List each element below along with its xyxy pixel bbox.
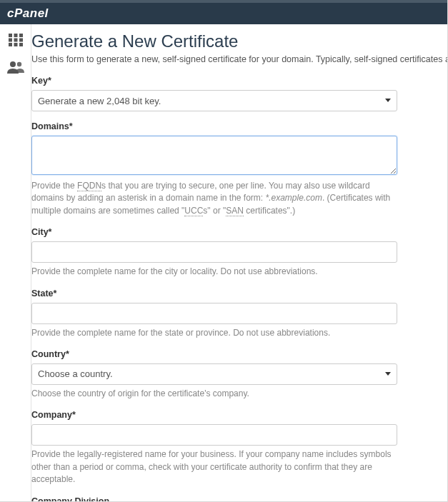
- company-help: Provide the legally-registered name for …: [31, 448, 397, 486]
- svg-rect-8: [19, 43, 23, 46]
- city-input[interactable]: [31, 241, 397, 263]
- domains-label: Domains*: [31, 121, 397, 131]
- country-help: Choose the country of origin for the cer…: [31, 388, 397, 400]
- state-help: Provide the complete name for the state …: [31, 327, 397, 339]
- ucc-abbr: UCC: [184, 206, 203, 216]
- country-label: Country*: [31, 349, 397, 359]
- field-state: State* Provide the complete name for the…: [31, 288, 397, 339]
- field-division: Company Division Provide the name of the…: [31, 496, 397, 501]
- sidebar-item-home[interactable]: [6, 31, 26, 49]
- top-bar: cPanel: [0, 0, 447, 24]
- svg-point-10: [16, 62, 21, 66]
- page-intro: Use this form to generate a new, self-si…: [31, 54, 447, 64]
- svg-point-9: [10, 61, 16, 67]
- field-city: City* Provide the complete name for the …: [31, 227, 397, 278]
- sidebar-item-users[interactable]: [6, 59, 26, 76]
- state-label: State*: [31, 288, 397, 298]
- svg-rect-7: [14, 43, 17, 46]
- field-domains: Domains* Provide the FQDNs that you are …: [31, 121, 397, 217]
- city-label: City*: [31, 227, 397, 237]
- san-abbr: SAN: [226, 206, 244, 216]
- domains-input[interactable]: [31, 136, 397, 175]
- company-label: Company*: [31, 410, 397, 420]
- brand-logo: cPanel: [7, 6, 49, 21]
- key-label: Key*: [31, 76, 397, 86]
- field-company: Company* Provide the legally-registered …: [31, 410, 397, 486]
- svg-rect-6: [9, 43, 12, 46]
- key-select[interactable]: Generate a new 2,048 bit key.: [31, 90, 397, 111]
- country-select[interactable]: Choose a country.: [31, 363, 397, 385]
- main-content: Generate a New Certificate Use this form…: [31, 24, 447, 501]
- sidebar: [0, 24, 31, 501]
- grid-icon: [9, 34, 23, 46]
- state-input[interactable]: [31, 303, 397, 324]
- page-title: Generate a New Certificate: [31, 31, 447, 51]
- svg-rect-2: [19, 34, 23, 37]
- domains-help: Provide the FQDNs that you are trying to…: [31, 180, 397, 217]
- fqdn-abbr: FQDN: [77, 181, 101, 191]
- svg-rect-0: [9, 34, 12, 37]
- svg-rect-3: [9, 39, 12, 42]
- svg-rect-1: [14, 34, 17, 37]
- users-icon: [7, 61, 24, 74]
- field-key: Key* Generate a new 2,048 bit key.: [31, 76, 397, 111]
- company-input[interactable]: [31, 424, 397, 446]
- field-country: Country* Choose a country. Choose the co…: [31, 349, 397, 400]
- svg-rect-4: [14, 39, 17, 42]
- svg-rect-5: [19, 39, 23, 42]
- division-label: Company Division: [31, 496, 397, 501]
- city-help: Provide the complete name for the city o…: [31, 266, 397, 278]
